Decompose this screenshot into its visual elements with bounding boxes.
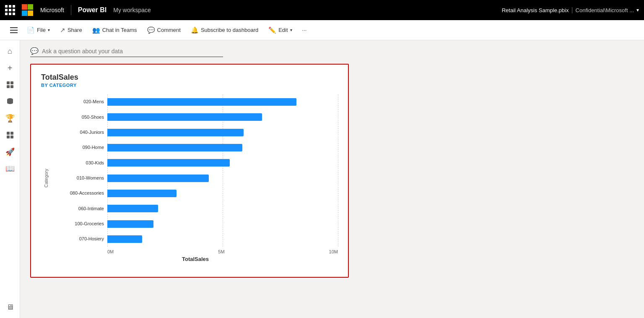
share-label: Share bbox=[68, 27, 82, 33]
x-axis-tick: 0M bbox=[107, 249, 114, 254]
x-axis-tick: 5M bbox=[218, 249, 224, 254]
bar[interactable] bbox=[107, 175, 209, 182]
comment-label: Comment bbox=[157, 27, 181, 33]
x-axis-title: TotalSales bbox=[53, 256, 338, 262]
svg-rect-8 bbox=[10, 136, 13, 138]
sidebar-item-workspaces[interactable]: 🖥 bbox=[3, 300, 18, 315]
top-bar: Microsoft Power BI My workspace Retail A… bbox=[0, 0, 644, 20]
microsoft-logo bbox=[22, 4, 34, 16]
chat-in-teams-button[interactable]: 👥 Chat in Teams bbox=[88, 24, 141, 36]
sidebar-item-data[interactable] bbox=[3, 94, 18, 109]
brand-separator bbox=[71, 5, 71, 15]
x-axis-tick: 10M bbox=[329, 249, 338, 254]
share-button[interactable]: ↗ Share bbox=[56, 24, 86, 36]
bar-row bbox=[107, 96, 338, 108]
x-axis: 0M5M10M bbox=[53, 249, 338, 254]
bar-row bbox=[107, 111, 338, 123]
bar[interactable] bbox=[107, 129, 244, 136]
category-label: 060-Intimate bbox=[53, 206, 104, 212]
product-name: Power BI bbox=[78, 6, 106, 14]
layout: ⌂ + 🏆 🚀 📖 🖥 💬 TotalSales BY CATEGORY bbox=[0, 40, 644, 318]
chart-body: 020-Mens050-Shoes040-Juniors090-Home030-… bbox=[53, 94, 338, 262]
edit-button[interactable]: ✏️ Edit ▾ bbox=[264, 24, 296, 36]
topbar-chevron-icon[interactable]: ▾ bbox=[636, 7, 639, 13]
bar[interactable] bbox=[107, 220, 153, 228]
more-icon: ··· bbox=[302, 27, 307, 33]
toolbar: 📄 File ▾ ↗ Share 👥 Chat in Teams 💬 Comme… bbox=[0, 20, 644, 40]
bar[interactable] bbox=[107, 190, 177, 197]
category-label: 040-Juniors bbox=[53, 129, 104, 136]
brand-name: Microsoft bbox=[40, 7, 64, 13]
sidebar-item-learn[interactable]: 🚀 bbox=[3, 144, 18, 159]
top-bar-right: Retail Analysis Sample.pbix | Confidenti… bbox=[502, 6, 639, 14]
bar-row bbox=[107, 203, 338, 214]
svg-rect-1 bbox=[10, 81, 13, 84]
svg-rect-7 bbox=[7, 136, 10, 138]
svg-rect-5 bbox=[7, 132, 10, 135]
search-input[interactable] bbox=[42, 48, 223, 55]
subscribe-button[interactable]: 🔔 Subscribe to dashboard bbox=[187, 24, 262, 36]
category-label: 020-Mens bbox=[53, 99, 104, 105]
sidebar-item-goals[interactable]: 🏆 bbox=[3, 111, 18, 126]
bar-row bbox=[107, 233, 338, 245]
teams-icon: 👥 bbox=[92, 26, 100, 34]
bar-row bbox=[107, 142, 338, 154]
chat-label: Chat in Teams bbox=[102, 27, 137, 33]
sidebar-item-apps[interactable] bbox=[3, 128, 18, 143]
sidebar-item-metrics[interactable]: 📖 bbox=[3, 161, 18, 176]
hamburger-button[interactable] bbox=[7, 24, 21, 36]
edit-chevron-icon: ▾ bbox=[290, 28, 292, 32]
main-content: 💬 TotalSales BY CATEGORY Category 020-Me… bbox=[20, 40, 644, 318]
subscribe-icon: 🔔 bbox=[191, 26, 199, 34]
y-axis-label: Category bbox=[41, 94, 51, 262]
edit-label: Edit bbox=[278, 27, 288, 33]
sidebar-item-home[interactable]: ⌂ bbox=[3, 44, 18, 59]
category-label: 100-Groceries bbox=[53, 221, 104, 227]
svg-rect-6 bbox=[10, 132, 13, 135]
category-label: 080-Accessories bbox=[53, 190, 104, 196]
bar-row bbox=[107, 172, 338, 184]
sidebar-item-browse[interactable] bbox=[3, 77, 18, 92]
bar[interactable] bbox=[107, 144, 242, 151]
chart-title: TotalSales bbox=[41, 73, 338, 82]
category-labels: 020-Mens050-Shoes040-Juniors090-Home030-… bbox=[53, 94, 107, 247]
category-label: 030-Kids bbox=[53, 160, 104, 166]
bar[interactable] bbox=[107, 98, 296, 106]
category-label: 090-Home bbox=[53, 144, 104, 151]
file-name: Retail Analysis Sample.pbix bbox=[502, 7, 569, 13]
search-qa-icon: 💬 bbox=[30, 47, 39, 55]
comment-icon: 💬 bbox=[147, 26, 155, 34]
grid-line bbox=[338, 94, 338, 247]
bar-row bbox=[107, 127, 338, 138]
bars-area bbox=[107, 94, 338, 247]
sidebar: ⌂ + 🏆 🚀 📖 🖥 bbox=[0, 40, 20, 318]
chart-subtitle: BY CATEGORY bbox=[41, 83, 338, 88]
svg-rect-0 bbox=[7, 81, 10, 84]
category-label: 070-Hosiery bbox=[53, 236, 104, 242]
bars-section: 020-Mens050-Shoes040-Juniors090-Home030-… bbox=[53, 94, 338, 247]
search-bar[interactable]: 💬 bbox=[30, 47, 223, 57]
workspace-name: My workspace bbox=[113, 7, 151, 13]
bar-chart-area: Category 020-Mens050-Shoes040-Juniors090… bbox=[41, 94, 338, 262]
chart-container: TotalSales BY CATEGORY Category 020-Mens… bbox=[30, 64, 349, 278]
edit-icon: ✏️ bbox=[268, 26, 276, 34]
bar[interactable] bbox=[107, 159, 230, 167]
bar[interactable] bbox=[107, 205, 158, 212]
subscribe-label: Subscribe to dashboard bbox=[201, 27, 258, 33]
svg-rect-2 bbox=[7, 85, 10, 88]
sidebar-item-create[interactable]: + bbox=[3, 60, 18, 76]
confidential-label: Confidential\Microsoft ... bbox=[576, 7, 634, 13]
comment-button[interactable]: 💬 Comment bbox=[143, 24, 185, 36]
file-chevron-icon: ▾ bbox=[48, 28, 50, 32]
svg-rect-3 bbox=[10, 85, 13, 88]
topbar-separator: | bbox=[571, 6, 573, 14]
bar[interactable] bbox=[107, 113, 262, 121]
bar-row bbox=[107, 157, 338, 169]
waffle-menu[interactable] bbox=[5, 5, 15, 15]
category-label: 050-Shoes bbox=[53, 114, 104, 120]
bar[interactable] bbox=[107, 235, 142, 243]
bar-row bbox=[107, 218, 338, 230]
file-menu-button[interactable]: 📄 File ▾ bbox=[23, 24, 54, 36]
more-options-button[interactable]: ··· bbox=[298, 24, 311, 36]
file-label: File bbox=[37, 27, 46, 33]
